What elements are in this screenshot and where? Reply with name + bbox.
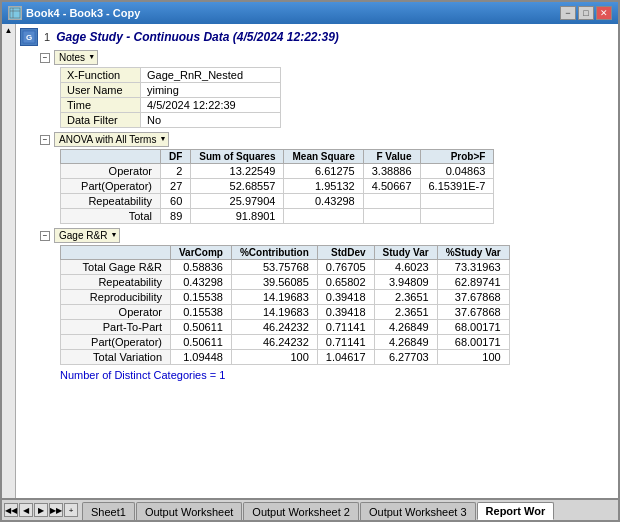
study-header: G 1 Gage Study - Continuous Data (4/5/20… — [20, 28, 614, 46]
gage-rr-cell: 2.3651 — [374, 305, 437, 320]
anova-cell — [420, 194, 494, 209]
notes-label: User Name — [61, 83, 141, 98]
restore-button[interactable]: □ — [578, 6, 594, 20]
tab-bar: ◀◀ ◀ ▶ ▶▶ + Sheet1Output WorksheetOutput… — [2, 498, 618, 520]
gage-rr-row-label: Reproducibility — [61, 290, 171, 305]
gage-rr-cell: 39.56085 — [231, 275, 317, 290]
gage-rr-row: Total Variation1.094481001.046176.277031… — [61, 350, 510, 365]
gage-rr-cell: 0.58836 — [171, 260, 232, 275]
nav-arrow-up[interactable]: ▲ — [5, 26, 13, 35]
tabs-container: Sheet1Output WorksheetOutput Worksheet 2… — [82, 502, 555, 520]
notes-value: 4/5/2024 12:22:39 — [141, 98, 281, 113]
gage-rr-cell: 0.43298 — [171, 275, 232, 290]
anova-cell: 6.15391E-7 — [420, 179, 494, 194]
tab-last-button[interactable]: ▶▶ — [49, 503, 63, 517]
gage-rr-dropdown[interactable]: Gage R&R — [54, 228, 120, 243]
gage-rr-row: Operator0.1553814.196830.394182.365137.6… — [61, 305, 510, 320]
tab-sheet1[interactable]: Sheet1 — [82, 502, 135, 520]
anova-expand[interactable]: − — [40, 135, 50, 145]
gage-rr-row: Part-To-Part0.5061146.242320.711414.2684… — [61, 320, 510, 335]
anova-cell: 91.8901 — [191, 209, 284, 224]
gage-rr-cell: 1.09448 — [171, 350, 232, 365]
anova-cell: 52.68557 — [191, 179, 284, 194]
anova-cell: 3.38886 — [363, 164, 420, 179]
gage-rr-cell: 46.24232 — [231, 335, 317, 350]
anova-cell: 4.50667 — [363, 179, 420, 194]
notes-row: Data FilterNo — [61, 113, 281, 128]
tab-first-button[interactable]: ◀◀ — [4, 503, 18, 517]
title-bar-left: Book4 - Book3 - Copy — [8, 6, 140, 20]
anova-row-label: Part(Operator) — [61, 179, 161, 194]
tab-report-wor[interactable]: Report Wor — [477, 502, 555, 520]
gage-rr-row-label: Repeatability — [61, 275, 171, 290]
anova-row: Repeatability6025.979040.43298 — [61, 194, 494, 209]
gage-rr-row: Part(Operator)0.5061146.242320.711414.26… — [61, 335, 510, 350]
gage-rr-col-header — [61, 246, 171, 260]
anova-cell: 0.04863 — [420, 164, 494, 179]
anova-col-header: F Value — [363, 150, 420, 164]
gage-rr-cell: 100 — [437, 350, 509, 365]
gage-rr-cell: 73.31963 — [437, 260, 509, 275]
gage-rr-cell: 4.6023 — [374, 260, 437, 275]
gage-rr-cell: 2.3651 — [374, 290, 437, 305]
gage-rr-cell: 0.71141 — [317, 335, 374, 350]
gage-rr-cell: 0.15538 — [171, 290, 232, 305]
gage-rr-cell: 68.00171 — [437, 320, 509, 335]
tab-prev-button[interactable]: ◀ — [19, 503, 33, 517]
anova-col-header: Prob>F — [420, 150, 494, 164]
gage-rr-col-header: %Study Var — [437, 246, 509, 260]
notes-section: − Notes X-FunctionGage_RnR_NestedUser Na… — [40, 50, 614, 128]
anova-row-label: Operator — [61, 164, 161, 179]
gage-rr-cell: 0.65802 — [317, 275, 374, 290]
gage-rr-row: Total Gage R&R0.5883653.757680.767054.60… — [61, 260, 510, 275]
study-icon: G — [20, 28, 38, 46]
gage-rr-col-header: StdDev — [317, 246, 374, 260]
window-title: Book4 - Book3 - Copy — [26, 7, 140, 19]
gage-rr-row-label: Total Gage R&R — [61, 260, 171, 275]
anova-col-header: Mean Square — [284, 150, 363, 164]
notes-row: X-FunctionGage_RnR_Nested — [61, 68, 281, 83]
gage-rr-row-label: Total Variation — [61, 350, 171, 365]
notes-table: X-FunctionGage_RnR_NestedUser Nameyiming… — [60, 67, 281, 128]
notes-expand[interactable]: − — [40, 53, 50, 63]
notes-value: No — [141, 113, 281, 128]
minimize-button[interactable]: − — [560, 6, 576, 20]
gage-rr-section: − Gage R&R VarComp%ContributionStdDevStu… — [40, 228, 614, 381]
tab-next-button[interactable]: ▶ — [34, 503, 48, 517]
anova-cell — [420, 209, 494, 224]
anova-row: Total8991.8901 — [61, 209, 494, 224]
anova-cell: 89 — [161, 209, 191, 224]
anova-dropdown[interactable]: ANOVA with All Terms — [54, 132, 169, 147]
gage-rr-cell: 0.15538 — [171, 305, 232, 320]
anova-cell: 27 — [161, 179, 191, 194]
tab-output-worksheet-2[interactable]: Output Worksheet 2 — [243, 502, 359, 520]
gage-rr-cell: 0.50611 — [171, 320, 232, 335]
gage-rr-cell: 1.04617 — [317, 350, 374, 365]
gage-rr-cell: 0.39418 — [317, 305, 374, 320]
gage-rr-cell: 0.71141 — [317, 320, 374, 335]
gage-rr-expand[interactable]: − — [40, 231, 50, 241]
close-button[interactable]: ✕ — [596, 6, 612, 20]
tab-output-worksheet[interactable]: Output Worksheet — [136, 502, 242, 520]
notes-label: Data Filter — [61, 113, 141, 128]
distinct-categories: Number of Distinct Categories = 1 — [60, 369, 614, 381]
gage-rr-col-header: VarComp — [171, 246, 232, 260]
gage-rr-row: Repeatability0.4329839.560850.658023.948… — [61, 275, 510, 290]
gage-rr-cell: 68.00171 — [437, 335, 509, 350]
anova-section: − ANOVA with All Terms DFSum of SquaresM… — [40, 132, 614, 224]
study-number: 1 — [44, 31, 50, 43]
gage-rr-cell: 46.24232 — [231, 320, 317, 335]
notes-dropdown[interactable]: Notes — [54, 50, 98, 65]
study-title: Gage Study - Continuous Data (4/5/2024 1… — [56, 30, 339, 44]
notes-row: User Nameyiming — [61, 83, 281, 98]
anova-cell: 1.95132 — [284, 179, 363, 194]
tab-output-worksheet-3[interactable]: Output Worksheet 3 — [360, 502, 476, 520]
svg-rect-0 — [10, 8, 20, 18]
gage-rr-row-label: Part-To-Part — [61, 320, 171, 335]
gage-rr-cell: 14.19683 — [231, 290, 317, 305]
tab-add-button[interactable]: + — [64, 503, 78, 517]
gage-rr-row-label: Operator — [61, 305, 171, 320]
anova-cell: 25.97904 — [191, 194, 284, 209]
gage-rr-cell: 6.27703 — [374, 350, 437, 365]
anova-header: − ANOVA with All Terms — [40, 132, 614, 147]
